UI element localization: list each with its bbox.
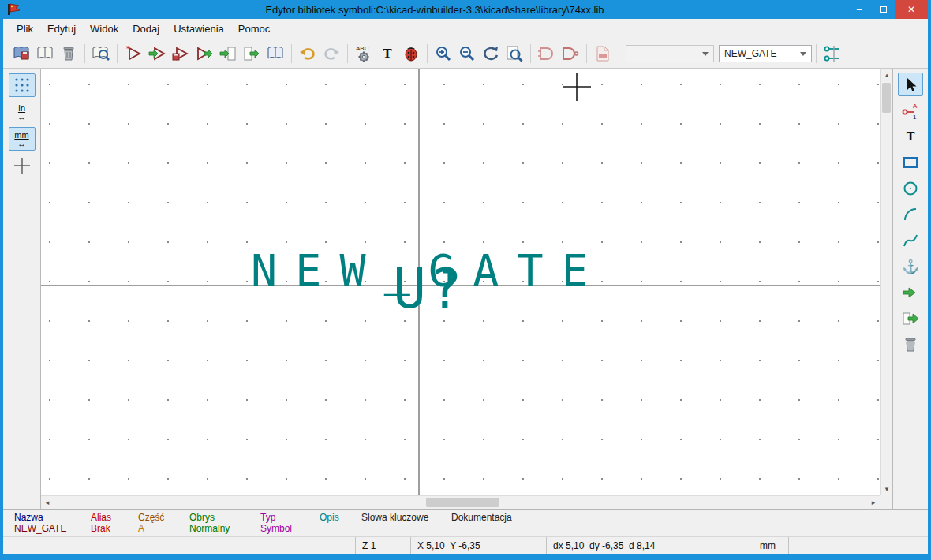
demorgan-converted-button[interactable] <box>559 43 582 65</box>
copy-component-icon <box>195 44 214 63</box>
save-component-button[interactable] <box>169 43 193 65</box>
load-component-button[interactable] <box>145 43 169 65</box>
library-browser-icon <box>92 44 110 63</box>
part-combo-value: NEW_GATE <box>724 48 776 59</box>
pin-edit-icon <box>822 44 843 63</box>
library-browser-button[interactable] <box>89 43 113 65</box>
alias-combo[interactable] <box>626 45 714 62</box>
chevron-down-icon <box>800 52 806 56</box>
import-shape-button[interactable] <box>898 281 923 304</box>
zoom-fit-button[interactable] <box>503 43 526 65</box>
zoom-fit-icon <box>505 44 524 63</box>
horizontal-scrollbar[interactable]: ◂ ▸ <box>41 495 880 509</box>
rectangle-icon <box>902 154 919 171</box>
vertical-scrollbar[interactable]: ▴ ▾ <box>880 69 892 495</box>
export-component-button[interactable] <box>240 43 264 65</box>
text-T-icon: T <box>383 46 391 62</box>
export-shape-button[interactable] <box>898 307 923 330</box>
reference-text[interactable]: U? <box>393 256 462 321</box>
set-anchor-button[interactable]: ⚓ <box>898 255 923 278</box>
zoom-out-icon <box>458 44 477 63</box>
save-component-icon <box>171 44 190 63</box>
pdf-doc-icon <box>593 44 612 63</box>
datasheet-pdf-button[interactable] <box>591 43 615 65</box>
trash-icon <box>59 44 78 63</box>
select-cursor-button[interactable] <box>898 73 923 96</box>
undo-button[interactable] <box>296 43 320 65</box>
add-circle-button[interactable] <box>898 177 923 200</box>
add-text-tool-button[interactable]: T <box>898 125 923 148</box>
canvas-overlay: NEW_GATE U? <box>41 69 880 495</box>
component-properties-button[interactable]: ABC <box>352 43 376 65</box>
close-button[interactable]: ✕ <box>895 0 928 19</box>
zoom-out-button[interactable] <box>455 43 479 65</box>
editor-canvas[interactable]: NEW_GATE U? <box>41 69 880 495</box>
new-component-button[interactable] <box>122 43 145 65</box>
toolbar-separator <box>816 44 817 63</box>
copy-component-button[interactable] <box>193 43 216 65</box>
status-spacer <box>788 537 928 554</box>
menu-edytuj[interactable]: Edytuj <box>40 20 83 38</box>
grid-toggle-button[interactable] <box>9 73 36 97</box>
app-window: Edytor bibliotek symboli:C:\kicad-winbui… <box>0 0 931 560</box>
delete-item-button[interactable] <box>898 333 923 357</box>
maximize-button[interactable] <box>871 0 895 19</box>
save-library-button[interactable] <box>9 43 33 65</box>
add-rectangle-button[interactable] <box>898 151 923 174</box>
menu-ustawienia[interactable]: Ustawienia <box>166 20 231 38</box>
ladybug-icon <box>402 44 421 63</box>
right-tools-toolbar: A 1 T <box>892 69 928 509</box>
import-component-button[interactable] <box>216 43 240 65</box>
field-alias: Alias Brak <box>91 512 138 536</box>
field-label: Typ <box>260 512 320 523</box>
part-combo[interactable]: NEW_GATE <box>719 45 812 62</box>
field-obrys: Obrys Normalny <box>189 512 260 536</box>
field-opis: Opis <box>320 512 361 536</box>
demorgan-normal-button[interactable] <box>535 43 559 65</box>
svg-text:1: 1 <box>913 114 917 120</box>
toolbar-separator <box>84 44 85 63</box>
window-bottom-border <box>3 554 928 560</box>
pin-icon: A 1 <box>901 101 920 120</box>
scroll-left-arrow[interactable]: ◂ <box>41 496 54 509</box>
zoom-in-button[interactable] <box>432 43 455 65</box>
menu-plik[interactable]: Plik <box>9 20 40 38</box>
menu-pomoc[interactable]: Pomoc <box>231 20 277 38</box>
redo-button[interactable] <box>320 43 343 65</box>
minimize-button[interactable]: – <box>847 0 871 19</box>
add-pin-button[interactable]: A 1 <box>898 99 923 122</box>
units-indicator: mm <box>753 537 788 554</box>
circle-icon <box>902 180 919 197</box>
add-arc-button[interactable] <box>898 203 923 226</box>
refresh-icon <box>481 44 500 63</box>
open-book-button[interactable] <box>264 43 287 65</box>
redraw-view-button[interactable] <box>479 43 503 65</box>
inch-label: In <box>18 104 25 113</box>
zoom-in-icon <box>434 44 453 63</box>
add-polyline-button[interactable] <box>898 229 923 252</box>
scroll-up-arrow[interactable]: ▴ <box>881 69 893 81</box>
units-inch-button[interactable]: In ↔ <box>9 100 36 124</box>
mouse-crosshair <box>563 73 591 101</box>
window-title: Edytor bibliotek symboli:C:\kicad-winbui… <box>22 4 847 16</box>
pin-edit-button[interactable] <box>821 43 844 65</box>
toolbar-separator <box>291 44 292 63</box>
vertical-scroll-thumb[interactable] <box>882 83 891 113</box>
menu-dodaj[interactable]: Dodaj <box>125 20 166 38</box>
scroll-down-arrow[interactable]: ▾ <box>881 483 893 495</box>
scroll-right-arrow[interactable]: ▸ <box>867 496 880 509</box>
add-field-text-button[interactable]: T <box>376 43 399 65</box>
delete-component-button[interactable] <box>57 43 80 65</box>
select-library-button[interactable] <box>33 43 57 65</box>
svg-text:A: A <box>913 103 918 110</box>
horizontal-scroll-thumb[interactable] <box>426 498 499 507</box>
menu-bar: Plik Edytuj Widok Dodaj Ustawienia Pomoc <box>3 19 928 39</box>
units-mm-button[interactable]: mm ↔ <box>9 127 36 151</box>
field-value: Brak <box>91 523 138 534</box>
erc-check-button[interactable] <box>399 43 423 65</box>
menu-widok[interactable]: Widok <box>83 20 125 38</box>
field-nazwa: Nazwa NEW_GATE <box>14 512 91 536</box>
save-library-icon <box>12 44 31 63</box>
cursor-shape-button[interactable] <box>9 154 36 177</box>
export-shape-icon <box>902 310 919 327</box>
